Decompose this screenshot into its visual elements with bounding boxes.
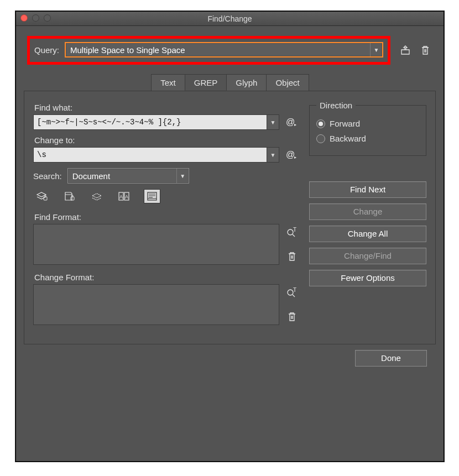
svg-text:@: @: [286, 150, 295, 159]
query-label: Query:: [34, 45, 59, 55]
search-options: AA: [33, 189, 299, 203]
find-what-value: [~m~>~f~|~S~s~<~/~.~3~4~% ]{2,}: [34, 115, 267, 129]
specify-format-icon[interactable]: T: [285, 285, 299, 300]
direction-forward-label: Forward: [330, 119, 360, 128]
special-characters-icon[interactable]: @▸: [285, 148, 299, 162]
clear-format-trash-icon[interactable]: [285, 249, 299, 264]
include-locked-stories-icon[interactable]: [61, 189, 77, 203]
include-master-pages-icon[interactable]: AA: [116, 189, 133, 203]
change-format-label: Change Format:: [34, 273, 299, 282]
radio-icon: [316, 119, 325, 128]
query-dropdown[interactable]: Multiple Space to Single Space ▼: [65, 42, 383, 57]
find-what-label: Find what:: [34, 103, 299, 112]
find-next-button[interactable]: Find Next: [309, 181, 426, 198]
direction-backward-option[interactable]: Backward: [316, 134, 419, 143]
specify-format-icon[interactable]: T: [285, 225, 299, 239]
direction-forward-option[interactable]: Forward: [316, 119, 419, 128]
chevron-down-icon: ▼: [176, 169, 189, 183]
svg-text:▸: ▸: [294, 122, 296, 127]
window-controls: [20, 14, 51, 22]
radio-icon: [316, 134, 325, 143]
tabset: Text GREP Glyph Object: [24, 74, 436, 91]
change-to-value: \s: [34, 148, 267, 162]
svg-rect-10: [148, 192, 157, 200]
chevron-down-icon[interactable]: ▼: [267, 148, 279, 162]
direction-legend: Direction: [316, 101, 356, 110]
change-find-button[interactable]: Change/Find: [309, 248, 426, 264]
done-button[interactable]: Done: [355, 350, 427, 367]
tab-grep[interactable]: GREP: [185, 74, 227, 91]
include-footnotes-icon[interactable]: [144, 189, 160, 203]
window-title: Find/Change: [207, 14, 252, 23]
query-highlight: Query: Multiple Space to Single Space ▼: [27, 36, 390, 65]
save-query-icon[interactable]: [398, 43, 413, 57]
svg-point-11: [288, 229, 293, 235]
search-label: Search:: [33, 171, 62, 181]
search-scope-dropdown[interactable]: Document ▼: [67, 168, 189, 184]
chevron-down-icon[interactable]: ▼: [267, 115, 279, 129]
find-change-dialog: Find/Change Query: Multiple Space to Sin…: [15, 11, 444, 462]
panel-grep: Find what: [~m~>~f~|~S~s~<~/~.~3~4~% ]{2…: [24, 91, 436, 344]
svg-text:T: T: [293, 287, 296, 293]
direction-backward-label: Backward: [330, 134, 366, 143]
change-to-input[interactable]: \s ▼: [33, 147, 279, 163]
query-dropdown-value: Multiple Space to Single Space: [66, 45, 370, 55]
close-icon[interactable]: [20, 14, 28, 22]
search-scope-value: Document: [68, 171, 176, 181]
trash-icon[interactable]: [418, 43, 432, 57]
tab-glyph[interactable]: Glyph: [226, 74, 267, 91]
svg-text:T: T: [293, 227, 296, 233]
special-characters-icon[interactable]: @▸: [285, 115, 299, 129]
svg-text:@: @: [286, 117, 295, 127]
include-hidden-layers-icon[interactable]: [88, 189, 105, 203]
minimize-icon: [32, 14, 39, 22]
svg-rect-5: [71, 197, 74, 200]
clear-format-trash-icon[interactable]: [285, 310, 299, 324]
svg-text:A: A: [125, 194, 128, 200]
titlebar: Find/Change: [16, 12, 444, 26]
find-format-label: Find Format:: [34, 212, 299, 222]
zoom-icon: [44, 14, 51, 22]
change-button[interactable]: Change: [309, 203, 426, 220]
svg-text:A: A: [119, 194, 123, 200]
svg-text:▸: ▸: [294, 155, 296, 160]
change-to-label: Change to:: [34, 135, 299, 145]
find-what-input[interactable]: [~m~>~f~|~S~s~<~/~.~3~4~% ]{2,} ▼: [33, 114, 279, 130]
change-format-box[interactable]: [33, 284, 279, 325]
include-locked-layers-icon[interactable]: [33, 189, 50, 203]
chevron-down-icon: ▼: [370, 43, 382, 56]
svg-point-13: [288, 290, 293, 295]
tab-object[interactable]: Object: [266, 74, 309, 91]
direction-fieldset: Direction Forward Backward: [309, 101, 426, 156]
fewer-options-button[interactable]: Fewer Options: [309, 270, 426, 286]
tab-text[interactable]: Text: [151, 74, 185, 91]
find-format-box[interactable]: [33, 224, 279, 265]
change-all-button[interactable]: Change All: [309, 226, 426, 242]
